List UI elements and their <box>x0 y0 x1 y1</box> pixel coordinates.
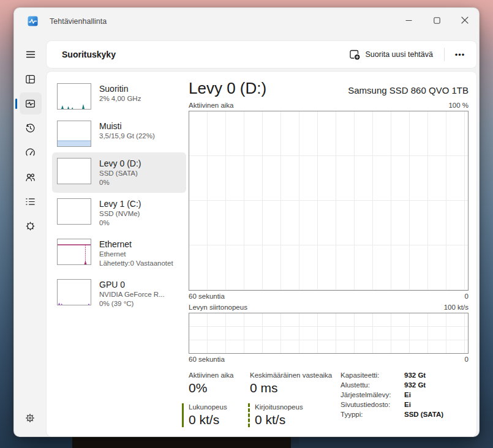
perf-item-sub2: 0% <box>99 218 141 228</box>
sidebar-item-app-history[interactable] <box>20 117 42 139</box>
perf-item-sub: SSD (SATA) <box>99 169 141 178</box>
run-new-task-icon <box>349 49 360 60</box>
stat-response-time: Keskimääräinen vasteaika 0 ms <box>250 371 341 395</box>
performance-icon <box>24 98 36 110</box>
page-title: Suorituskyky <box>62 50 116 59</box>
cpu-mini-chart <box>57 83 91 110</box>
more-options-button[interactable]: ••• <box>450 47 470 63</box>
stat-write-speed: Kirjoitusnopeus 0 kt/s <box>248 403 341 427</box>
sidebar-menu-button[interactable] <box>20 43 42 65</box>
info-label: Sivutustiedosto: <box>341 401 402 408</box>
info-value: 932 Gt <box>404 371 443 379</box>
sidebar-item-startup-apps[interactable] <box>20 141 42 163</box>
chart2-label: Levyn siirtonopeus <box>189 304 247 311</box>
perf-item-sub: SSD (NVMe) <box>99 209 141 218</box>
perf-item-sub2: 0% <box>99 178 141 187</box>
perf-item-sub: 2% 4,00 GHz <box>99 94 141 103</box>
perf-item-ethernet[interactable]: Ethernet Ethernet Lähetetty:0 Vastaanote… <box>52 233 186 274</box>
task-manager-window: Tehtävienhallinta <box>13 7 480 437</box>
disk-info-table: Kapasiteetti: 932 Gt Alustettu: 932 Gt J… <box>341 371 443 427</box>
stat-read-speed: Lukunopeus 0 kt/s <box>182 403 250 427</box>
performance-panel: Suoritin 2% 4,00 GHz Muisti <box>47 72 476 436</box>
perf-item-sub: 3,5/15,9 Gt (22%) <box>99 132 155 141</box>
chart2-xlabel: 60 sekuntia <box>189 356 225 363</box>
history-icon <box>24 122 36 134</box>
hamburger-icon <box>25 49 36 60</box>
gpu-mini-chart <box>57 279 91 305</box>
sidebar-settings-button[interactable] <box>19 407 41 429</box>
info-value: SSD (SATA) <box>404 411 443 418</box>
perf-item-title: Ethernet <box>99 239 173 250</box>
perf-item-memory[interactable]: Muisti 3,5/15,9 Gt (22%) <box>52 115 186 152</box>
info-label: Alustettu: <box>341 381 402 389</box>
info-value: Ei <box>404 401 443 408</box>
info-label: Kapasiteetti: <box>341 371 402 379</box>
chart1-ymax: 100 % <box>448 102 469 109</box>
sidebar-item-performance[interactable] <box>20 92 42 114</box>
run-new-task-button[interactable]: Suorita uusi tehtävä <box>343 45 440 64</box>
gauge-icon <box>24 147 36 159</box>
perf-item-sub2: 0% (39 °C) <box>99 299 165 308</box>
memory-mini-chart <box>57 121 91 147</box>
info-label: Järjestelmälevy: <box>341 391 402 398</box>
sidebar-item-processes[interactable] <box>20 68 42 90</box>
titlebar[interactable]: Tehtävienhallinta <box>14 8 479 35</box>
chart2-ymin: 0 <box>465 356 469 363</box>
sidebar-item-details[interactable] <box>20 190 42 212</box>
minimize-button[interactable] <box>394 8 423 32</box>
perf-item-disk1[interactable]: Levy 1 (C:) SSD (NVMe) 0% <box>52 193 186 233</box>
performance-metric-list: Suoritin 2% 4,00 GHz Muisti <box>52 78 186 314</box>
info-value: Ei <box>404 391 443 398</box>
users-icon <box>24 171 36 183</box>
task-manager-app-icon <box>28 16 38 26</box>
perf-item-title: Levy 1 (C:) <box>99 198 141 209</box>
gear-icon <box>24 413 36 424</box>
header-divider <box>444 48 445 61</box>
disk-detail-panel: Levy 0 (D:) Samsung SSD 860 QVO 1TB Akti… <box>189 79 469 433</box>
perf-item-sub2: Lähetetty:0 Vastaanotet <box>99 259 173 268</box>
disk1-mini-chart <box>57 198 91 225</box>
perf-item-cpu[interactable]: Suoritin 2% 4,00 GHz <box>52 78 186 115</box>
perf-item-sub: NVIDIA GeForce R... <box>99 290 165 299</box>
page-header: Suorituskyky Suorita uusi tehtävä ••• <box>47 41 476 68</box>
window-title: Tehtävienhallinta <box>50 8 107 35</box>
ethernet-mini-chart <box>57 239 91 265</box>
processes-icon <box>24 73 36 85</box>
disk-stats: Aktiivinen aika 0% Keskimääräinen vastea… <box>189 371 469 427</box>
services-icon <box>24 220 36 232</box>
chart1-label: Aktiivinen aika <box>189 102 234 109</box>
sidebar-item-services[interactable] <box>20 215 42 237</box>
chart1-ymin: 0 <box>465 293 469 300</box>
maximize-button[interactable] <box>423 8 451 32</box>
detail-title: Levy 0 (D:) <box>189 79 266 98</box>
perf-item-title: GPU 0 <box>99 279 165 290</box>
info-label: Tyyppi: <box>341 411 402 418</box>
perf-item-sub: Ethernet <box>99 250 173 259</box>
perf-item-disk0[interactable]: Levy 0 (D:) SSD (SATA) 0% <box>52 152 186 193</box>
active-tab-indicator <box>15 99 17 109</box>
perf-item-gpu[interactable]: GPU 0 NVIDIA GeForce R... 0% (39 °C) <box>52 274 186 314</box>
sidebar <box>14 35 47 437</box>
sidebar-item-users[interactable] <box>20 166 42 188</box>
info-value: 932 Gt <box>404 381 443 389</box>
disk0-mini-chart <box>57 158 91 184</box>
perf-item-title: Levy 0 (D:) <box>99 158 141 169</box>
stat-active-time: Aktiivinen aika 0% <box>189 371 250 395</box>
active-time-chart <box>189 111 469 291</box>
close-button[interactable] <box>451 8 479 32</box>
transfer-rate-chart <box>189 313 469 354</box>
details-list-icon <box>24 196 36 207</box>
chart2-ymax: 100 kt/s <box>444 304 469 311</box>
perf-item-title: Suoritin <box>99 83 141 94</box>
chart1-xlabel: 60 sekuntia <box>189 293 225 300</box>
run-new-task-label: Suorita uusi tehtävä <box>366 50 434 59</box>
device-name: Samsung SSD 860 QVO 1TB <box>348 85 469 95</box>
perf-item-title: Muisti <box>99 121 155 132</box>
